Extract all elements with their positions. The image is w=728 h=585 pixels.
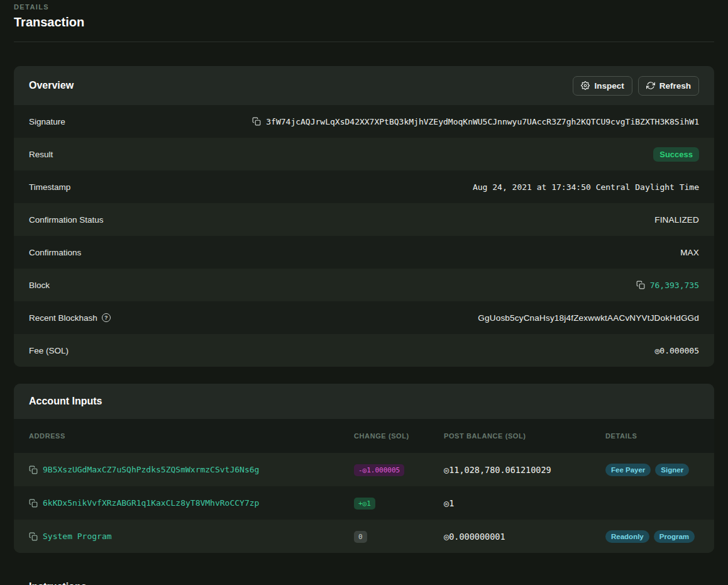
details-cell: Fee Payer Signer — [605, 464, 699, 476]
table-row: System Program 0 ◎0.000000001 Readonly P… — [14, 520, 714, 553]
page-title: Transaction — [14, 15, 714, 30]
help-icon[interactable]: ? — [102, 313, 111, 322]
next-section-title-clipped: Instructions — [29, 581, 87, 585]
block-value: 76,393,735 — [636, 281, 699, 290]
copy-icon[interactable] — [29, 532, 38, 541]
address-text: System Program — [43, 532, 112, 541]
overview-title: Overview — [29, 80, 74, 91]
recent-blockhash-label: Recent Blockhash ? — [29, 313, 111, 323]
timestamp-label: Timestamp — [29, 182, 70, 192]
inspect-button-label: Inspect — [594, 81, 624, 91]
overview-card-header: Overview Inspect Refresh — [14, 66, 714, 105]
address-link[interactable]: System Program — [29, 532, 354, 541]
confirmations-label: Confirmations — [29, 248, 81, 257]
program-badge: Program — [654, 530, 695, 543]
copy-icon[interactable] — [252, 117, 261, 126]
block-label: Block — [29, 281, 50, 290]
table-row: 9B5XszUGdMaxCZ7uSQhPzdks5ZQSmWxrmzCSvtJ6… — [14, 453, 714, 486]
copy-icon[interactable] — [636, 281, 645, 289]
timestamp-value: Aug 24, 2021 at 17:34:50 Central Dayligh… — [473, 182, 699, 192]
refresh-icon — [646, 81, 655, 90]
account-inputs-header: Account Inputs — [14, 384, 714, 419]
refresh-button[interactable]: Refresh — [638, 76, 699, 96]
recent-blockhash-row: Recent Blockhash ? GgUosb5cyCnaHsy18j4fZ… — [14, 301, 714, 334]
address-link[interactable]: 6kKDx5nikVvfXRzABGR1q1KaxCLz8yT8VMhvRoCC… — [29, 498, 354, 508]
confirmations-row: Confirmations MAX — [14, 236, 714, 269]
details-cell: Readonly Program — [605, 530, 699, 543]
inspect-button[interactable]: Inspect — [573, 76, 632, 96]
account-inputs-title: Account Inputs — [29, 396, 102, 407]
success-badge: Success — [653, 147, 699, 162]
address-link[interactable]: 9B5XszUGdMaxCZ7uSQhPzdks5ZQSmWxrmzCSvtJ6… — [29, 465, 354, 474]
signature-row: Signature 3fW74jcAQJrwLqXsD42XX7XPtBQ3kM… — [14, 105, 714, 138]
address-text: 6kKDx5nikVvfXRzABGR1q1KaxCLz8yT8VMhvRoCC… — [43, 498, 259, 508]
change-cell: 0 — [354, 530, 444, 543]
change-badge: 0 — [354, 531, 367, 543]
address-text: 9B5XszUGdMaxCZ7uSQhPzdks5ZQSmWxrmzCSvtJ6… — [43, 465, 259, 474]
column-address: ADDRESS — [29, 432, 354, 440]
post-balance-cell: ◎0.000000001 — [444, 532, 605, 542]
result-row: Result Success — [14, 138, 714, 170]
overview-card: Overview Inspect Refresh Signature — [14, 66, 714, 367]
readonly-badge: Readonly — [605, 530, 649, 543]
transaction-details-page: DETAILS Transaction Overview Inspect Ref… — [0, 0, 728, 553]
signature-text: 3fW74jcAQJrwLqXsD42XX7XPtBQ3kMjhVZEydMoq… — [266, 117, 699, 126]
signer-badge: Signer — [655, 464, 689, 476]
confirmation-status-label: Confirmation Status — [29, 215, 104, 225]
change-badge: +◎1 — [354, 498, 375, 510]
fee-value: ◎0.000005 — [655, 346, 699, 355]
fee-label: Fee (SOL) — [29, 346, 69, 355]
timestamp-row: Timestamp Aug 24, 2021 at 17:34:50 Centr… — [14, 170, 714, 203]
gear-icon — [581, 81, 590, 90]
recent-blockhash-label-text: Recent Blockhash — [29, 313, 97, 323]
account-inputs-column-headers: ADDRESS CHANGE (SOL) POST BALANCE (SOL) … — [14, 419, 714, 453]
change-badge: -◎1.000005 — [354, 464, 404, 476]
details-eyebrow: DETAILS — [14, 0, 714, 11]
fee-row: Fee (SOL) ◎0.000005 — [14, 334, 714, 367]
signature-value: 3fW74jcAQJrwLqXsD42XX7XPtBQ3kMjhVZEydMoq… — [252, 117, 699, 126]
column-post-balance: POST BALANCE (SOL) — [444, 432, 605, 440]
post-balance-cell: ◎1 — [444, 498, 605, 508]
post-balance-cell: ◎11,028,780.061210029 — [444, 465, 605, 475]
confirmations-value: MAX — [680, 248, 699, 257]
overview-actions: Inspect Refresh — [573, 76, 699, 96]
column-change: CHANGE (SOL) — [354, 432, 444, 440]
result-label: Result — [29, 150, 53, 159]
column-details: DETAILS — [605, 432, 699, 440]
table-row: 6kKDx5nikVvfXRzABGR1q1KaxCLz8yT8VMhvRoCC… — [14, 486, 714, 520]
change-cell: +◎1 — [354, 497, 444, 510]
account-inputs-card: Account Inputs ADDRESS CHANGE (SOL) POST… — [14, 384, 714, 553]
header-divider — [14, 42, 714, 42]
block-link[interactable]: 76,393,735 — [650, 281, 699, 290]
recent-blockhash-value: GgUosb5cyCnaHsy18j4fZexwwktAACvNYVtJDokH… — [478, 313, 699, 323]
fee-payer-badge: Fee Payer — [605, 464, 651, 476]
block-row: Block 76,393,735 — [14, 269, 714, 301]
change-cell: -◎1.000005 — [354, 464, 444, 476]
copy-icon[interactable] — [29, 499, 38, 508]
confirmation-status-value: FINALIZED — [654, 215, 699, 225]
refresh-button-label: Refresh — [659, 81, 691, 91]
confirmation-status-row: Confirmation Status FINALIZED — [14, 203, 714, 236]
copy-icon[interactable] — [29, 465, 38, 474]
signature-label: Signature — [29, 117, 65, 126]
